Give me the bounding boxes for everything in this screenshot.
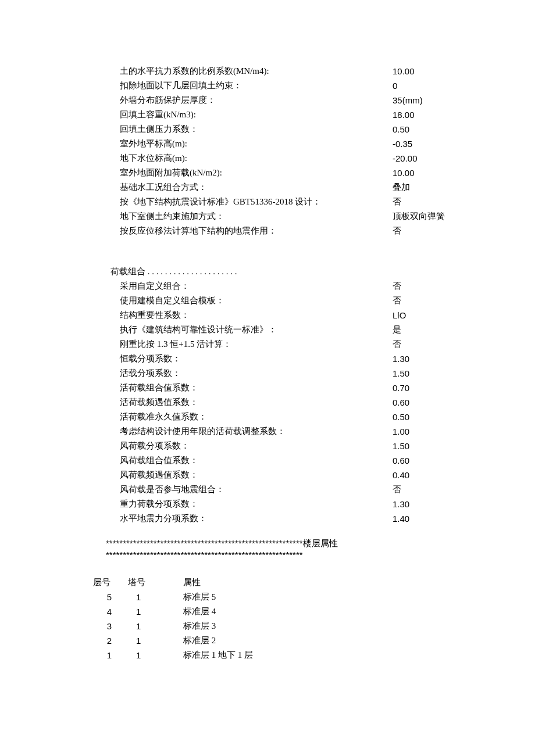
cell-attr: 标准层 4 <box>183 604 535 619</box>
cell-attr: 标准层 3 <box>183 619 535 633</box>
cell-tower: 1 <box>128 633 183 648</box>
param-value: 0.70 <box>393 381 451 395</box>
param-value: 否 <box>393 224 451 238</box>
cell-attr: 标准层 1 地下 1 层 <box>183 648 535 662</box>
table-row: 21标准层 2 <box>90 633 535 648</box>
param-value: 0.50 <box>393 410 451 424</box>
param-row: 活荷载准永久值系数：0.50 <box>110 410 451 424</box>
param-label: 按反应位移法计算地下结构的地震作用： <box>120 224 393 238</box>
cell-tower: 1 <box>128 619 183 633</box>
param-label: 水平地震力分项系数： <box>120 511 393 526</box>
cell-tower: 1 <box>128 604 183 619</box>
param-row: 采用自定义组合：否 <box>110 279 451 293</box>
param-value: 叠加 <box>393 180 451 195</box>
section-header-load-combination: 荷载组合 . . . . . . . . . . . . . . . . . .… <box>110 264 451 279</box>
cell-tower: 1 <box>128 648 183 662</box>
table-header: 层号 塔号 属性 <box>90 575 535 590</box>
param-value: 1.00 <box>393 424 451 439</box>
cell-floor: 2 <box>90 633 128 648</box>
param-label: 地下水位标高(m): <box>120 151 393 166</box>
param-value: 10.00 <box>393 64 451 78</box>
param-row: 土的水平抗力系数的比例系数(MN/m4):10.00 <box>110 64 451 78</box>
param-label: 恒载分项系数： <box>120 352 393 366</box>
document-content: 土的水平抗力系数的比例系数(MN/m4):10.00 扣除地面以下几层回填土约束… <box>0 64 535 561</box>
table-header-attr: 属性 <box>183 575 535 590</box>
param-value: 否 <box>393 293 451 308</box>
param-row: 室外地平标高(m):-0.35 <box>110 137 451 151</box>
table-row: 41标准层 4 <box>90 604 535 619</box>
divider-stars-1: ****************************************… <box>106 538 451 549</box>
param-value: 否 <box>393 279 451 293</box>
param-row: 扣除地面以下几层回填土约束：0 <box>110 78 451 93</box>
param-row: 刚重比按 1.3 恒+1.5 活计算：否 <box>110 337 451 352</box>
param-row: 活荷载组合值系数：0.70 <box>110 381 451 395</box>
param-row: 结构重要性系数：LlO <box>110 308 451 323</box>
table-row: 11标准层 1 地下 1 层 <box>90 648 535 662</box>
param-value: 1.50 <box>393 439 451 453</box>
param-row: 基础水工况组合方式：叠加 <box>110 180 451 195</box>
param-row: 使用建模自定义组合模板：否 <box>110 293 451 308</box>
param-row: 地下水位标高(m):-20.00 <box>110 151 451 166</box>
table-row: 51标准层 5 <box>90 590 535 604</box>
param-row: 室外地面附加荷载(kN/m2):10.00 <box>110 166 451 180</box>
param-row: 地下室侧土约束施加方式：顶板双向弹簧 <box>110 209 451 224</box>
cell-floor: 1 <box>90 648 128 662</box>
param-row: 按反应位移法计算地下结构的地震作用：否 <box>110 224 451 238</box>
param-value: 1.40 <box>393 511 451 526</box>
param-label: 基础水工况组合方式： <box>120 180 393 195</box>
param-value: 1.30 <box>393 497 451 511</box>
cell-tower: 1 <box>128 590 183 604</box>
param-value: 0.60 <box>393 453 451 468</box>
param-label: 结构重要性系数： <box>120 308 393 323</box>
param-row: 考虑结构设计使用年限的活荷载调整系数：1.00 <box>110 424 451 439</box>
param-label: 活荷载组合值系数： <box>120 381 393 395</box>
param-value: -0.35 <box>393 137 451 151</box>
param-row: 重力荷载分项系数：1.30 <box>110 497 451 511</box>
param-row: 恒载分项系数：1.30 <box>110 352 451 366</box>
param-value: 否 <box>393 482 451 497</box>
table-header-tower: 塔号 <box>128 575 183 590</box>
param-label: 地下室侧土约束施加方式： <box>120 209 393 224</box>
param-value: 是 <box>393 323 451 337</box>
param-label: 外墙分布筋保护层厚度： <box>120 93 393 108</box>
param-label: 活载分项系数： <box>120 366 393 381</box>
param-label: 活荷载准永久值系数： <box>120 410 393 424</box>
cell-floor: 4 <box>90 604 128 619</box>
param-label: 按《地下结构抗震设计标准》GBT51336-2018 设计： <box>120 195 393 209</box>
param-value: 0 <box>393 78 451 93</box>
param-value: 0.40 <box>393 468 451 482</box>
param-row: 外墙分布筋保护层厚度：35(mm) <box>110 93 451 108</box>
param-label: 风荷载组合值系数： <box>120 453 393 468</box>
param-label: 执行《建筑结构可靠性设计统一标准》： <box>120 323 393 337</box>
param-label: 风荷载分项系数： <box>120 439 393 453</box>
param-row: 按《地下结构抗震设计标准》GBT51336-2018 设计：否 <box>110 195 451 209</box>
param-row: 水平地震力分项系数：1.40 <box>110 511 451 526</box>
section-1: 土的水平抗力系数的比例系数(MN/m4):10.00 扣除地面以下几层回填土约束… <box>110 64 451 238</box>
param-value: LlO <box>393 308 451 323</box>
param-value: 1.30 <box>393 352 451 366</box>
param-label: 土的水平抗力系数的比例系数(MN/m4): <box>120 64 393 78</box>
section-2: 采用自定义组合：否 使用建模自定义组合模板：否 结构重要性系数：LlO 执行《建… <box>110 279 451 526</box>
param-row: 回填土容重(kN/m3):18.00 <box>110 108 451 122</box>
param-row: 风荷载分项系数：1.50 <box>110 439 451 453</box>
param-label: 室外地平标高(m): <box>120 137 393 151</box>
param-value: 1.50 <box>393 366 451 381</box>
cell-floor: 5 <box>90 590 128 604</box>
param-label: 考虑结构设计使用年限的活荷载调整系数： <box>120 424 393 439</box>
param-row: 执行《建筑结构可靠性设计统一标准》：是 <box>110 323 451 337</box>
cell-attr: 标准层 5 <box>183 590 535 604</box>
param-label: 回填土侧压力系数： <box>120 122 393 137</box>
divider-stars-2: ****************************************… <box>106 549 451 561</box>
table-row: 31标准层 3 <box>90 619 535 633</box>
param-row: 回填土侧压力系数：0.50 <box>110 122 451 137</box>
param-label: 扣除地面以下几层回填土约束： <box>120 78 393 93</box>
table-header-floor: 层号 <box>90 575 128 590</box>
param-row: 风荷载组合值系数：0.60 <box>110 453 451 468</box>
param-value: 顶板双向弹簧 <box>393 209 451 224</box>
param-label: 室外地面附加荷载(kN/m2): <box>120 166 393 180</box>
param-row: 活荷载频遇值系数：0.60 <box>110 395 451 410</box>
param-value: 否 <box>393 337 451 352</box>
param-value: 10.00 <box>393 166 451 180</box>
param-value: 0.50 <box>393 122 451 137</box>
param-row: 风荷载频遇值系数：0.40 <box>110 468 451 482</box>
